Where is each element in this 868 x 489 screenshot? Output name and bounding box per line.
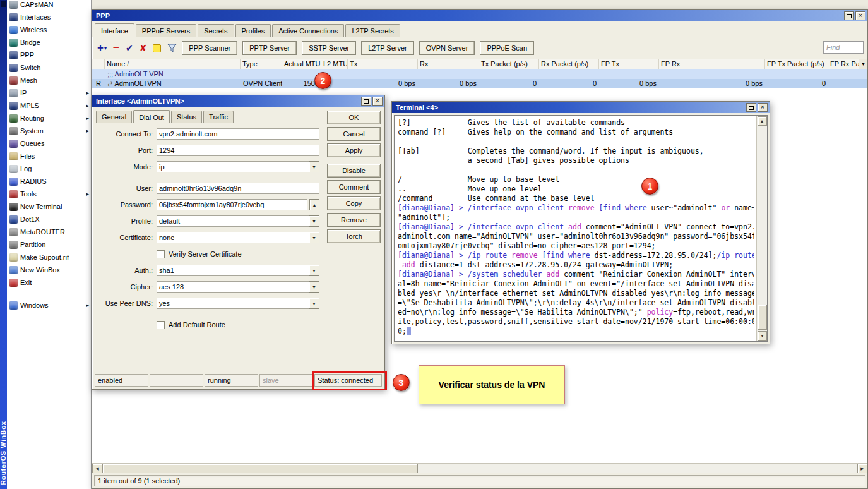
- password-toggle-button[interactable]: ▲: [309, 199, 319, 210]
- comment-icon[interactable]: [152, 41, 162, 55]
- sidebar-item-switch[interactable]: Switch: [7, 61, 91, 74]
- cipher-select[interactable]: aes 128: [157, 281, 309, 293]
- sidebar-item-make-supout-rif[interactable]: Make Supout.rif: [7, 251, 91, 263]
- sidebar-item-routing[interactable]: Routing▸: [7, 112, 91, 124]
- user-input[interactable]: [157, 183, 319, 194]
- sidebar-item-ppp[interactable]: PPP: [7, 49, 91, 61]
- column-header-name[interactable]: Name/: [105, 59, 241, 69]
- port-input[interactable]: [157, 145, 319, 156]
- maximize-button[interactable]: [746, 103, 756, 112]
- tab-l2tp-secrets[interactable]: L2TP Secrets: [345, 24, 400, 37]
- close-button[interactable]: ×: [372, 97, 383, 106]
- sidebar-item-ip[interactable]: IP▸: [7, 87, 91, 99]
- checkbox-add-default-route[interactable]: [157, 321, 165, 329]
- tab-secrets[interactable]: Secrets: [198, 24, 234, 37]
- comment-row[interactable]: ;;; AdminOLT VPN: [92, 69, 867, 79]
- comment-button[interactable]: Comment: [327, 180, 381, 194]
- connect-to-input[interactable]: [157, 128, 319, 140]
- dropdown-arrow-icon[interactable]: ▼: [309, 281, 319, 293]
- maximize-button[interactable]: [361, 97, 371, 106]
- dialog-tab-status[interactable]: Status: [171, 111, 202, 123]
- tab-profiles[interactable]: Profiles: [235, 24, 271, 37]
- sidebar-item-capsman[interactable]: CAPsMAN: [7, 0, 91, 11]
- use-peer-dns-select[interactable]: yes: [157, 298, 309, 309]
- certificate-select[interactable]: none: [157, 232, 309, 243]
- ppp-scanner-button[interactable]: PPP Scanner: [182, 41, 237, 55]
- column-header-fp-tx[interactable]: FP Tx: [599, 59, 659, 69]
- column-header-type[interactable]: Type: [241, 59, 282, 69]
- horizontal-scrollbar[interactable]: ◀ ▶: [92, 463, 867, 473]
- sidebar-item-mesh[interactable]: Mesh: [7, 74, 91, 87]
- maximize-button[interactable]: [844, 11, 854, 20]
- l2tp-server-button[interactable]: L2TP Server: [361, 41, 414, 55]
- sidebar-item-new-winbox[interactable]: New WinBox: [7, 263, 91, 276]
- column-header-tx-packet-p-s[interactable]: Tx Packet (p/s): [479, 59, 539, 69]
- tab-interface[interactable]: Interface: [95, 23, 134, 37]
- torch-button[interactable]: Torch: [327, 229, 381, 243]
- column-header-rx-packet-p-s[interactable]: Rx Packet (p/s): [539, 59, 599, 69]
- scroll-up-icon[interactable]: ▲: [758, 116, 767, 126]
- column-header-actual-mtu[interactable]: Actual MTU: [282, 59, 321, 69]
- dialog-tab-traffic[interactable]: Traffic: [203, 111, 234, 123]
- pppoe-scan-button[interactable]: PPPoE Scan: [480, 41, 534, 55]
- ok-button[interactable]: OK: [327, 111, 381, 124]
- checkbox-verify-server-certificate[interactable]: [157, 250, 165, 258]
- scrollbar-thumb[interactable]: [102, 464, 418, 473]
- column-header-fp-tx-packet-p-s[interactable]: FP Tx Packet (p/s): [765, 59, 828, 69]
- filter-icon[interactable]: [166, 41, 178, 55]
- profile-select[interactable]: default: [157, 215, 309, 227]
- sidebar-item-exit[interactable]: Exit: [7, 276, 91, 289]
- sidebar-item-files[interactable]: Files: [7, 150, 91, 162]
- sidebar-item-interfaces[interactable]: Interfaces: [7, 11, 91, 23]
- sidebar-item-metarouter[interactable]: MetaROUTER: [7, 226, 91, 238]
- sidebar-item-bridge[interactable]: Bridge: [7, 36, 91, 49]
- dropdown-arrow-icon[interactable]: ▼: [309, 265, 319, 276]
- cancel-button[interactable]: Cancel: [327, 127, 381, 141]
- ppp-titlebar[interactable]: PPP ×: [92, 10, 867, 21]
- scroll-down-icon[interactable]: ▼: [758, 331, 767, 341]
- sidebar-item-partition[interactable]: Partition: [7, 238, 91, 251]
- dropdown-arrow-icon[interactable]: ▼: [309, 298, 319, 309]
- table-row-adminoltvpn[interactable]: R⇄AdminOLTVPNOVPN Client15000 bps0 bps00…: [92, 79, 867, 88]
- sidebar-item-tools[interactable]: Tools▸: [7, 188, 91, 200]
- sidebar-item-mpls[interactable]: MPLS▸: [7, 99, 91, 112]
- close-button[interactable]: ×: [855, 11, 865, 20]
- terminal-titlebar[interactable]: Terminal <4> ×: [392, 102, 770, 113]
- disable-icon[interactable]: ✘: [138, 41, 148, 55]
- column-header-l2-mtu[interactable]: L2 MTU: [321, 59, 348, 69]
- tab-active-connections[interactable]: Active Connections: [272, 24, 344, 37]
- disable-button[interactable]: Disable: [327, 164, 381, 178]
- dialog-titlebar[interactable]: Interface <AdminOLTVPN> ×: [92, 95, 384, 107]
- column-header-flags[interactable]: [92, 59, 105, 69]
- sidebar-item-new-terminal[interactable]: New Terminal: [7, 200, 91, 213]
- scrollbar-track[interactable]: [418, 464, 857, 473]
- auth-select[interactable]: sha1: [157, 265, 309, 276]
- dialog-tab-general[interactable]: General: [96, 111, 132, 123]
- copy-button[interactable]: Copy: [327, 196, 381, 210]
- dropdown-arrow-icon[interactable]: ▼: [309, 232, 319, 243]
- column-header-rx[interactable]: Rx: [418, 59, 479, 69]
- terminal-output[interactable]: [?] Gives the list of available commands…: [398, 118, 754, 340]
- enable-icon[interactable]: ✔: [124, 41, 134, 55]
- column-header-tx[interactable]: Tx: [348, 59, 418, 69]
- column-chooser-button[interactable]: ▼: [859, 59, 867, 69]
- dialog-tab-dial-out[interactable]: Dial Out: [133, 110, 170, 123]
- ovpn-server-button[interactable]: OVPN Server: [419, 41, 475, 55]
- sstp-server-button[interactable]: SSTP Server: [302, 41, 356, 55]
- add-icon[interactable]: +▾: [96, 41, 108, 55]
- password-input[interactable]: [157, 199, 307, 210]
- scrollbar-thumb[interactable]: [758, 305, 767, 330]
- mode-select[interactable]: ip: [157, 161, 309, 172]
- sidebar-item-wireless[interactable]: Wireless: [7, 23, 91, 36]
- sidebar-item-log[interactable]: Log: [7, 162, 91, 175]
- vertical-scrollbar[interactable]: ▲ ▼: [756, 116, 767, 341]
- close-button[interactable]: ×: [758, 103, 768, 112]
- scroll-right-icon[interactable]: ▶: [857, 464, 867, 473]
- terminal-body[interactable]: [?] Gives the list of available commands…: [394, 115, 768, 342]
- apply-button[interactable]: Apply: [327, 143, 381, 157]
- sidebar-item-system[interactable]: System▸: [7, 124, 91, 137]
- dropdown-arrow-icon[interactable]: ▼: [309, 215, 319, 227]
- remove-icon[interactable]: −: [112, 41, 121, 55]
- pptp-server-button[interactable]: PPTP Server: [242, 41, 297, 55]
- remove-button[interactable]: Remove: [327, 213, 381, 227]
